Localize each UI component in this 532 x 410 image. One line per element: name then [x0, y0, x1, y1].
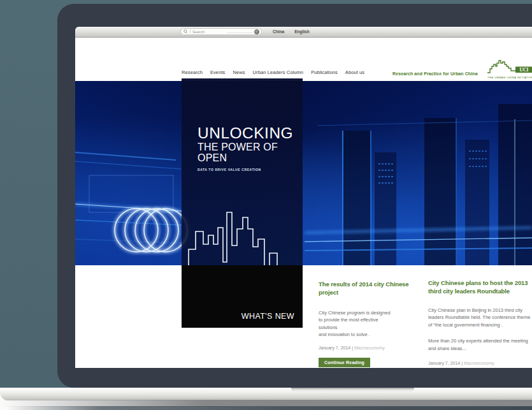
laptop-thumb-groove — [291, 388, 414, 392]
logo-acronym: UCI — [520, 67, 529, 73]
language-switcher: China · English — [273, 29, 310, 34]
article-excerpt-2: More than 20 city experts attended the m… — [428, 337, 532, 352]
nav-item-events[interactable]: Events — [210, 70, 226, 75]
search-box[interactable] — [180, 28, 262, 35]
article-excerpt: City Chinese plan in Beijing in 2013 thi… — [428, 307, 532, 329]
article-title[interactable]: City Chinese plans to host the 2013 thir… — [428, 279, 532, 296]
news-section: The results of 2014 city Chinese project… — [75, 265, 532, 368]
brand-tagline: Research and Practice for Urban China — [392, 71, 478, 76]
main-nav: Research Events News Urban Leaders Colum… — [182, 70, 364, 75]
lang-link-english[interactable]: English — [294, 29, 309, 34]
search-icon — [183, 29, 188, 34]
nav-item-urban-leaders-column[interactable]: Urban Leaders Column — [253, 70, 304, 75]
hero-overlay-panel: UNLOCKING THE POWER OF OPEN DATA TO DRIV… — [182, 78, 303, 328]
lang-separator: · — [289, 29, 290, 34]
uci-logo[interactable]: UCI THE URBAN CHINA INITIATIVE — [487, 58, 532, 84]
nav-item-research[interactable]: Research — [182, 70, 203, 75]
article-meta: January 7, 2014 | Macroeconomy — [428, 361, 532, 365]
article-date: January 7, 2014 | — [319, 346, 353, 350]
mockup-stage: China · English Research Events News Urb… — [0, 0, 532, 410]
logo-skyline-icon: UCI — [487, 61, 532, 73]
hero-title-line1: UNLOCKING — [198, 126, 303, 142]
search-divider — [190, 29, 191, 34]
article-excerpt: City Chinese program is designed to prov… — [319, 309, 421, 339]
hero-subtitle: DATA TO DRIVE VALUE CREATION — [198, 168, 303, 172]
browser-toolbar: China · English — [75, 27, 532, 38]
article-title[interactable]: The results of 2014 city Chinese project — [319, 280, 421, 297]
laptop-base — [0, 388, 532, 400]
hero-light-streaks — [75, 81, 532, 265]
lang-link-china[interactable]: China — [273, 29, 284, 34]
site-header: Research Events News Urban Leaders Colum… — [75, 38, 532, 81]
nav-item-about-us[interactable]: About us — [345, 70, 364, 75]
hero-title-line2: THE POWER OF OPEN — [198, 142, 303, 164]
search-input[interactable] — [192, 30, 226, 34]
article-category[interactable]: Macroeconomy — [354, 346, 385, 350]
laptop-shadow — [5, 406, 532, 410]
article-card-2: City Chinese plans to host the 2013 thir… — [428, 279, 532, 365]
hero-title: UNLOCKING THE POWER OF OPEN — [198, 126, 303, 164]
skyline-outline-graphic — [187, 210, 298, 267]
article-category[interactable]: Macroeconomy — [464, 361, 494, 365]
hero-banner: UNLOCKING THE POWER OF OPEN DATA TO DRIV… — [75, 81, 532, 265]
nav-item-news[interactable]: News — [233, 70, 245, 75]
logo-caption: THE URBAN CHINA INITIATIVE — [487, 76, 532, 79]
search-go-button[interactable] — [254, 29, 259, 34]
article-card-1: The results of 2014 city Chinese project… — [319, 280, 421, 367]
dotted-leader — [227, 32, 252, 33]
article-date: January 7, 2014 | — [428, 361, 463, 365]
continue-reading-button[interactable]: Continue Reading — [319, 358, 370, 367]
nav-item-publications[interactable]: Publications — [311, 70, 338, 75]
whats-new-panel: WHAT'S NEW — [182, 265, 303, 328]
whats-new-label: WHAT'S NEW — [241, 312, 294, 321]
laptop-screen: China · English Research Events News Urb… — [75, 27, 532, 368]
article-meta: January 7, 2014 | Macroeconomy — [319, 346, 421, 350]
